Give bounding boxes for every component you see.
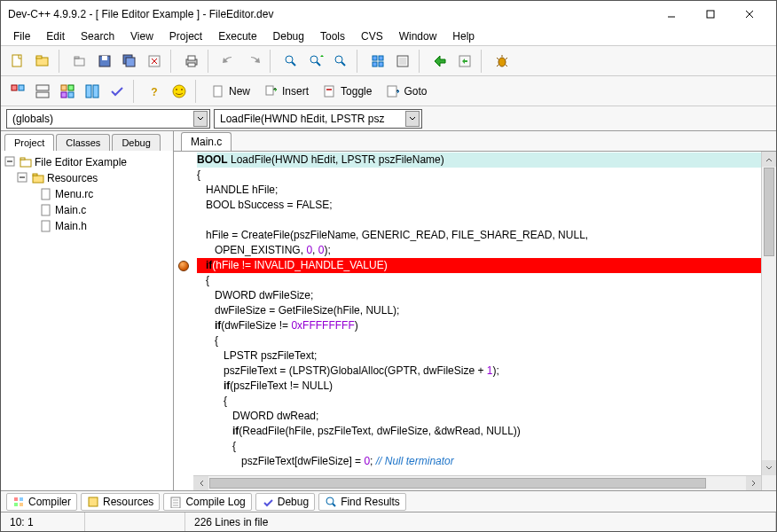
sidebar-tab-classes[interactable]: Classes (56, 134, 110, 151)
tile-h-button[interactable] (6, 80, 29, 103)
menu-view[interactable]: View (123, 28, 161, 44)
svg-rect-39 (214, 86, 222, 97)
minus-box-icon (4, 156, 17, 168)
code-text[interactable]: BOOL LoadFile(HWND hEdit, LPSTR pszFileN… (193, 152, 761, 490)
insert-button[interactable]: Insert (258, 80, 315, 103)
cascade-button[interactable] (56, 80, 79, 103)
print-button[interactable] (180, 50, 203, 73)
menu-help[interactable]: Help (445, 28, 482, 44)
undo-button[interactable] (217, 50, 240, 73)
replace-button[interactable] (304, 50, 327, 73)
find-next-button[interactable] (329, 50, 352, 73)
check-button[interactable] (106, 80, 129, 103)
editor-tabs: Main.c (174, 131, 776, 151)
svg-rect-17 (373, 56, 377, 60)
minimize-button[interactable] (652, 2, 691, 27)
menu-cvs[interactable]: CVS (354, 28, 390, 44)
bottom-tab-resources[interactable]: Resources (81, 493, 160, 511)
save-all-button[interactable] (118, 50, 141, 73)
editor-tab[interactable]: Main.c (181, 132, 232, 151)
rebuild-button[interactable] (453, 50, 476, 73)
sidebar-tab-debug[interactable]: Debug (112, 134, 160, 151)
find-button[interactable] (279, 50, 302, 73)
close-file-button[interactable] (143, 50, 166, 73)
redo-button[interactable] (242, 50, 265, 73)
menu-debug[interactable]: Debug (266, 28, 311, 44)
toolbar-main (1, 45, 776, 75)
folder-icon (32, 172, 44, 184)
svg-rect-18 (379, 56, 383, 60)
menu-file[interactable]: File (6, 28, 37, 44)
tree-file[interactable]: Menu.rc (4, 186, 169, 202)
new-file-button[interactable]: New (205, 80, 256, 103)
svg-rect-32 (68, 92, 74, 98)
menu-tools[interactable]: Tools (313, 28, 352, 44)
scroll-right-button[interactable] (746, 476, 761, 490)
code-area[interactable]: BOOL LoadFile(HWND hEdit, LPSTR pszFileN… (174, 151, 776, 490)
function-combo[interactable]: LoadFile(HWND hEdit, LPSTR psz (214, 109, 422, 129)
sidebar-tab-project[interactable]: Project (4, 134, 54, 151)
scope-combo[interactable]: (globals) (6, 109, 210, 129)
status-info: 226 Lines in file (185, 512, 776, 531)
breakpoint-icon[interactable] (178, 261, 189, 271)
compile-run-button[interactable] (428, 50, 451, 73)
maximize-button[interactable] (691, 2, 730, 27)
svg-point-37 (176, 89, 177, 90)
toggle-button[interactable]: Toggle (317, 80, 378, 103)
svg-rect-56 (20, 503, 23, 506)
svg-rect-7 (102, 56, 107, 60)
menu-edit[interactable]: Edit (39, 28, 72, 44)
scope-bar: (globals) LoadFile(HWND hEdit, LPSTR psz (1, 106, 776, 130)
svg-rect-43 (388, 86, 396, 97)
menu-window[interactable]: Window (392, 28, 444, 44)
run-button[interactable] (391, 50, 414, 73)
scrollbar-thumb[interactable] (764, 168, 774, 256)
tree-file[interactable]: Main.h (4, 218, 169, 234)
svg-rect-12 (188, 56, 195, 60)
scroll-down-button[interactable] (762, 460, 776, 475)
new-project-button[interactable] (31, 50, 54, 73)
tile-v-button[interactable] (31, 80, 54, 103)
status-mode (85, 512, 185, 531)
window-list-button[interactable] (81, 80, 104, 103)
editor-pane: Main.c BOOL LoadFile(HWND hEdit, LPSTR p… (174, 131, 776, 490)
svg-rect-30 (68, 85, 74, 90)
vertical-scrollbar[interactable] (761, 152, 776, 490)
bottom-tab-compile-log[interactable]: Compile Log (163, 493, 251, 511)
horizontal-scrollbar[interactable] (193, 475, 761, 490)
project-tree[interactable]: File Editor Example Resources Menu.rcMai… (1, 151, 173, 490)
scroll-left-button[interactable] (193, 476, 208, 490)
file-icon (40, 204, 52, 216)
file-icon (40, 188, 52, 200)
titlebar: Dev-C++ 4.9.9.2 - [ File Editor Example … (1, 1, 776, 27)
svg-rect-40 (266, 86, 273, 95)
close-button[interactable] (730, 2, 769, 27)
menu-execute[interactable]: Execute (211, 28, 263, 44)
svg-rect-31 (61, 92, 67, 98)
tree-folder[interactable]: Resources (4, 170, 169, 186)
menu-project[interactable]: Project (162, 28, 209, 44)
scroll-up-button[interactable] (762, 152, 776, 167)
menu-search[interactable]: Search (74, 28, 122, 44)
scrollbar-thumb[interactable] (209, 478, 706, 489)
bottom-tab-compiler[interactable]: Compiler (6, 493, 77, 511)
compile-button[interactable] (366, 50, 389, 73)
svg-rect-48 (33, 176, 43, 183)
tree-file[interactable]: Main.c (4, 202, 169, 218)
goto-button[interactable]: Goto (380, 80, 433, 103)
svg-rect-25 (12, 85, 17, 90)
save-button[interactable] (93, 50, 116, 73)
sidebar-tabs: ProjectClassesDebug (1, 131, 173, 151)
bottom-tab-find-results[interactable]: Find Results (318, 493, 406, 511)
svg-rect-19 (373, 62, 377, 66)
about-button[interactable] (168, 80, 191, 103)
new-source-button[interactable] (6, 50, 29, 73)
svg-rect-53 (14, 497, 18, 501)
bottom-tab-debug[interactable]: Debug (255, 493, 315, 511)
svg-rect-33 (86, 85, 91, 98)
gutter[interactable] (174, 152, 193, 490)
help-button[interactable]: ? (143, 80, 166, 103)
tree-root[interactable]: File Editor Example (4, 154, 169, 170)
open-button[interactable] (68, 50, 91, 73)
debug-button[interactable] (491, 50, 514, 73)
